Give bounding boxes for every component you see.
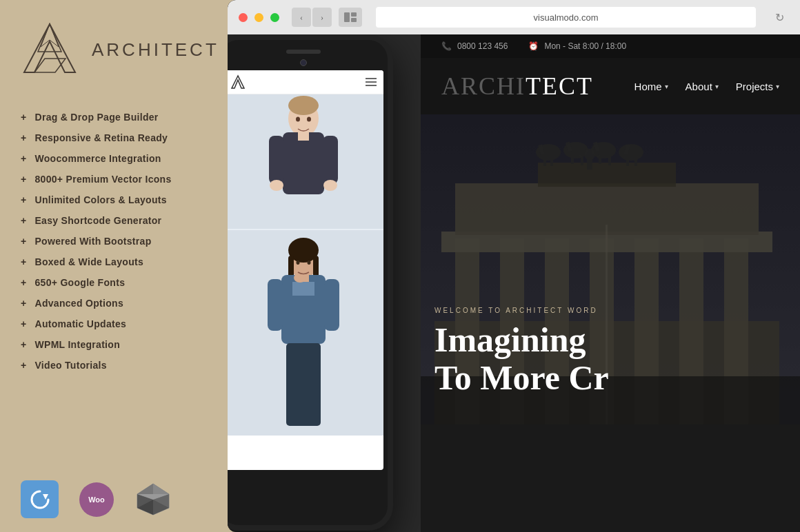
phone-speaker bbox=[286, 50, 321, 54]
svg-marker-1 bbox=[38, 24, 61, 52]
list-item: + 650+ Google Fonts bbox=[21, 272, 221, 293]
architect-logo-icon bbox=[21, 21, 79, 79]
person-image-2 bbox=[228, 229, 383, 436]
site-title: ARCHITECT bbox=[441, 72, 593, 101]
browser-back-button[interactable]: ‹ bbox=[292, 8, 311, 27]
browser-close-button[interactable] bbox=[239, 13, 248, 22]
nav-home[interactable]: Home ▾ bbox=[634, 81, 668, 92]
list-item: + Advanced Options bbox=[21, 293, 221, 314]
svg-rect-40 bbox=[286, 343, 321, 426]
svg-rect-35 bbox=[324, 279, 339, 331]
phone-nav bbox=[228, 70, 383, 94]
plus-icon: + bbox=[21, 360, 26, 371]
plus-icon: + bbox=[21, 339, 26, 350]
svg-point-38 bbox=[297, 260, 300, 265]
svg-rect-33 bbox=[292, 282, 314, 296]
logo-text: ARCHITECT bbox=[92, 39, 219, 61]
list-item: + Easy Shortcode Generator bbox=[21, 210, 221, 231]
list-item: + Video Tutorials bbox=[21, 355, 221, 376]
plus-icon: + bbox=[21, 153, 26, 164]
plus-icon: + bbox=[21, 236, 26, 247]
person-image-1 bbox=[228, 94, 383, 229]
list-item: + Powered With Bootstrap bbox=[21, 231, 221, 252]
list-item: + Drag & Drop Page Builder bbox=[21, 107, 221, 127]
list-item: + Responsive & Retina Ready bbox=[21, 127, 221, 148]
svg-point-39 bbox=[308, 260, 311, 265]
browser-layout-button[interactable] bbox=[339, 8, 362, 27]
svg-rect-13 bbox=[344, 12, 350, 22]
svg-rect-58 bbox=[550, 156, 553, 166]
plus-icon: + bbox=[21, 132, 26, 143]
chevron-down-icon: ▾ bbox=[665, 83, 668, 90]
nav-projects[interactable]: Projects ▾ bbox=[736, 81, 779, 92]
browser-forward-button[interactable]: › bbox=[312, 8, 332, 27]
chevron-down-icon: ▾ bbox=[715, 83, 719, 90]
plus-icon: + bbox=[21, 298, 26, 309]
phone-site-logo bbox=[230, 74, 246, 90]
list-item: + 8000+ Premium Vector Icons bbox=[21, 169, 221, 190]
browser-chrome: ‹ › visualmodo.com ↻ bbox=[228, 0, 800, 34]
svg-marker-4 bbox=[43, 494, 48, 500]
browser-nav: ‹ › bbox=[292, 8, 332, 27]
website-header: ARCHITECT Home ▾ About ▾ Projects ▾ bbox=[421, 58, 800, 114]
chevron-down-icon: ▾ bbox=[776, 83, 779, 90]
svg-rect-22 bbox=[323, 136, 338, 184]
svg-rect-14 bbox=[351, 12, 357, 17]
browser-maximize-button[interactable] bbox=[270, 13, 279, 22]
svg-point-24 bbox=[323, 180, 337, 191]
site-nav: Home ▾ About ▾ Projects ▾ bbox=[634, 81, 779, 92]
list-item: + Boxed & Wide Layouts bbox=[21, 252, 221, 272]
svg-point-25 bbox=[296, 117, 300, 122]
svg-marker-16 bbox=[232, 76, 244, 88]
footer-logos: Woo bbox=[21, 473, 221, 518]
phone-device bbox=[228, 34, 393, 531]
svg-marker-2 bbox=[34, 59, 66, 72]
plus-icon: + bbox=[21, 256, 26, 267]
svg-rect-63 bbox=[626, 156, 629, 166]
website-content: 📞 0800 123 456 ⏰ Mon - Sat 8:00 / 18:00 … bbox=[228, 34, 800, 532]
svg-rect-62 bbox=[608, 154, 611, 165]
svg-point-26 bbox=[307, 117, 311, 122]
svg-rect-21 bbox=[269, 136, 284, 184]
hero-subtitle: WELCOME TO ARCHITECT WORD bbox=[434, 307, 800, 314]
phone-container bbox=[228, 34, 421, 532]
topbar-hours: ⏰ Mon - Sat 8:00 / 18:00 bbox=[528, 41, 626, 51]
website-topbar: 📞 0800 123 456 ⏰ Mon - Sat 8:00 / 18:00 bbox=[421, 34, 800, 58]
phone-camera bbox=[300, 59, 307, 66]
browser-refresh-button[interactable]: ↻ bbox=[770, 8, 789, 27]
feature-list: + Drag & Drop Page Builder + Responsive … bbox=[21, 107, 221, 460]
svg-rect-15 bbox=[351, 18, 357, 22]
logo-area: ARCHITECT bbox=[21, 21, 221, 79]
svg-point-18 bbox=[288, 96, 319, 115]
svg-rect-34 bbox=[268, 279, 283, 331]
plus-icon: + bbox=[21, 318, 26, 329]
plus-icon: + bbox=[21, 194, 26, 205]
main-area: ‹ › visualmodo.com ↻ bbox=[228, 0, 800, 532]
topbar-phone: 📞 0800 123 456 bbox=[441, 41, 508, 51]
svg-rect-70 bbox=[587, 157, 592, 170]
svg-rect-57 bbox=[543, 156, 546, 166]
update-icon bbox=[21, 480, 59, 518]
svg-marker-0 bbox=[24, 24, 75, 72]
phone-icon: 📞 bbox=[441, 41, 452, 51]
website-dark-area: 📞 0800 123 456 ⏰ Mon - Sat 8:00 / 18:00 … bbox=[421, 34, 800, 532]
svg-rect-59 bbox=[571, 154, 574, 164]
list-item: + WPML Integration bbox=[21, 334, 221, 355]
plus-icon: + bbox=[21, 174, 26, 185]
plus-icon: + bbox=[21, 277, 26, 288]
list-item: + Unlimited Colors & Layouts bbox=[21, 190, 221, 210]
svg-rect-52 bbox=[538, 163, 676, 187]
phone-screen bbox=[228, 70, 383, 470]
sidebar: ARCHITECT + Drag & Drop Page Builder + R… bbox=[0, 0, 234, 532]
nav-about[interactable]: About ▾ bbox=[686, 81, 719, 92]
browser-minimize-button[interactable] bbox=[254, 13, 263, 22]
hamburger-menu-icon[interactable] bbox=[366, 78, 377, 86]
list-item: + Automatic Updates bbox=[21, 314, 221, 334]
browser-url-bar[interactable]: visualmodo.com bbox=[376, 7, 756, 28]
list-item: + Woocommerce Integration bbox=[21, 148, 221, 169]
hero-text: WELCOME TO ARCHITECT WORD Imagining To M… bbox=[434, 307, 800, 397]
hero-title: Imagining To More Cr bbox=[434, 321, 800, 397]
svg-rect-64 bbox=[634, 156, 637, 166]
svg-point-23 bbox=[270, 180, 283, 191]
svg-rect-20 bbox=[298, 132, 309, 141]
